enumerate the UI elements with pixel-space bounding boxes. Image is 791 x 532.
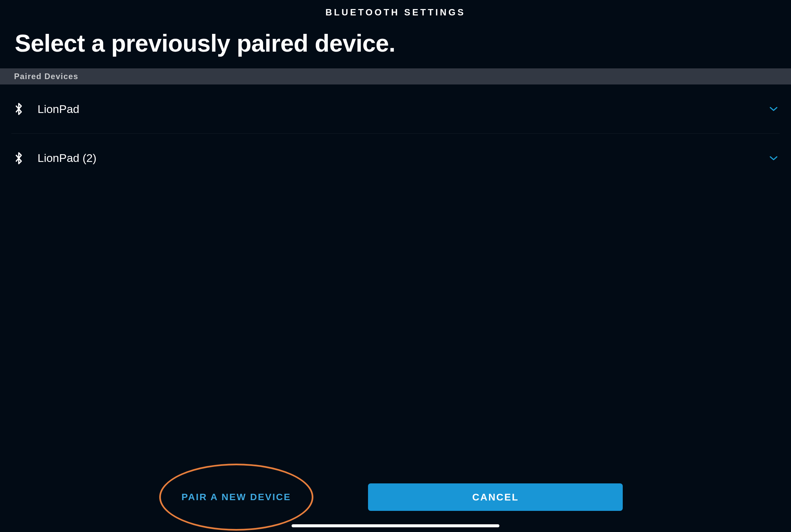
bluetooth-icon <box>12 101 26 116</box>
page-title: BLUETOOTH SETTINGS <box>0 7 791 18</box>
pair-new-device-button[interactable]: PAIR A NEW DEVICE <box>168 482 305 512</box>
action-bar: PAIR A NEW DEVICE CANCEL <box>0 482 791 512</box>
paired-device-list: LionPad LionPad (2) <box>0 84 791 182</box>
section-header-paired-devices: Paired Devices <box>0 69 791 84</box>
chevron-down-icon[interactable] <box>768 152 779 164</box>
paired-device-name: LionPad (2) <box>38 152 97 165</box>
page-heading: Select a previously paired device. <box>15 31 396 56</box>
chevron-down-icon[interactable] <box>768 103 779 115</box>
section-header-label: Paired Devices <box>14 72 78 81</box>
paired-device-row[interactable]: LionPad (2) <box>12 133 779 182</box>
cancel-button[interactable]: CANCEL <box>368 483 623 511</box>
paired-device-row[interactable]: LionPad <box>0 84 791 133</box>
bluetooth-icon <box>12 151 26 166</box>
home-indicator[interactable] <box>292 524 499 527</box>
paired-device-name: LionPad <box>38 102 79 116</box>
